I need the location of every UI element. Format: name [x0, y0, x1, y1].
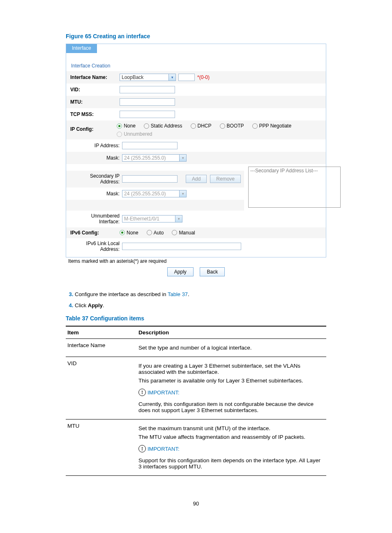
page-number: 90 — [66, 501, 326, 507]
row-ipv6-lla: IPv6 Link Local Address: — [66, 238, 326, 255]
mask-value: 24 (255.255.255.0) — [122, 155, 179, 161]
label-ipv6-config: IPv6 Config: — [69, 230, 120, 236]
label-unnumbered-if: Unnumbered Interface: — [69, 213, 122, 225]
table-description: Set the maximum transmit unit (MTU) of t… — [137, 419, 326, 476]
figure-caption: Figure 65 Creating an interface — [66, 33, 326, 39]
radio-ip-bootp[interactable]: BOOTP — [220, 123, 244, 129]
secondary-mask-value: 24 (255.255.255.0) — [122, 191, 179, 197]
row-interface-name: Interface Name: LoopBack ▾ *(0-0) — [66, 71, 326, 83]
radio-ipv6-auto[interactable]: Auto — [147, 230, 164, 236]
table-item: MTU — [66, 419, 137, 476]
steps-list: Configure the interface as described in … — [66, 289, 326, 311]
remove-button[interactable]: Remove — [210, 175, 241, 183]
row-unnumbered-if: Unnumbered Interface: M-Ethernet1/0/1 ▾ — [66, 211, 326, 227]
mask-select[interactable]: 24 (255.255.255.0) ▾ — [122, 154, 187, 162]
row-tcp-mss: TCP MSS: — [66, 108, 326, 121]
label-ip-address: IP Address: — [69, 143, 122, 148]
back-button[interactable]: Back — [200, 267, 225, 276]
radio-ip-none[interactable]: None — [117, 123, 136, 129]
tcp-mss-input[interactable] — [120, 111, 175, 118]
radio-ip-ppp[interactable]: PPP Negotiate — [252, 123, 292, 129]
chevron-down-icon: ▾ — [179, 190, 186, 197]
row-ip-config: IP Config: None Static Address DHCP BOOT… — [66, 121, 326, 139]
row-ipv6-config: IPv6 Config: None Auto Manual — [66, 227, 326, 238]
chevron-down-icon: ▾ — [179, 155, 186, 161]
label-mask: Mask: — [69, 155, 122, 161]
secondary-ip-list[interactable]: ---Secondary IP Address List--- — [248, 167, 341, 208]
radio-ipv6-none[interactable]: None — [120, 230, 138, 236]
panel-title: Interface Creation — [66, 53, 326, 71]
row-mask: Mask: 24 (255.255.255.0) ▾ — [66, 152, 326, 164]
apply-bold: Apply — [88, 302, 103, 308]
chevron-down-icon: ▾ — [175, 216, 182, 222]
important-label: ! IMPORTANT: — [138, 389, 180, 396]
table-item: VID — [66, 357, 137, 419]
row-secondary-ip: Secondary IP Address: Add Remove — [66, 171, 244, 188]
label-mtu: MTU: — [69, 99, 120, 105]
radio-ip-dhcp[interactable]: DHCP — [191, 123, 212, 129]
radio-ip-unnumbered: Unnumbered — [117, 131, 152, 137]
label-ipv6-lla: IPv6 Link Local Address: — [69, 241, 122, 253]
secondary-ip-input[interactable] — [122, 175, 178, 183]
th-description: Description — [137, 326, 326, 339]
table-description: Set the type and number of a logical int… — [137, 339, 326, 357]
config-table: Item Description Interface NameSet the t… — [66, 326, 326, 476]
radio-ipv6-manual[interactable]: Manual — [172, 230, 195, 236]
ipv6-lla-input[interactable] — [122, 243, 241, 250]
chevron-down-icon: ▾ — [168, 74, 175, 81]
row-mtu: MTU: — [66, 96, 326, 108]
secondary-mask-select[interactable]: 24 (255.255.255.0) ▾ — [122, 190, 187, 197]
tab-bar: Interface — [66, 44, 326, 53]
label-secondary-ip: Secondary IP Address: — [69, 173, 122, 185]
add-button[interactable]: Add — [186, 175, 207, 183]
alert-icon: ! — [138, 389, 146, 396]
table-caption: Table 37 Configuration items — [66, 315, 326, 322]
table-description: If you are creating a Layer 3 Ethernet s… — [137, 357, 326, 419]
label-tcp-mss: TCP MSS: — [69, 111, 120, 117]
important-label: ! IMPORTANT: — [138, 445, 180, 452]
label-mask2: Mask: — [69, 191, 122, 197]
table-item: Interface Name — [66, 339, 137, 357]
apply-button[interactable]: Apply — [167, 267, 194, 276]
table-37-link[interactable]: Table 37 — [168, 291, 188, 297]
interface-type-select[interactable]: LoopBack ▾ — [120, 74, 176, 81]
interface-panel: Interface Creation Interface Name: LoopB… — [66, 53, 326, 257]
row-ip-address: IP Address: — [66, 139, 326, 152]
vid-input[interactable] — [120, 86, 175, 93]
unnumbered-if-select[interactable]: M-Ethernet1/0/1 ▾ — [122, 215, 182, 222]
step-3: Configure the interface as described in … — [75, 289, 326, 300]
mtu-input[interactable] — [120, 98, 175, 106]
radio-ip-static[interactable]: Static Address — [144, 123, 182, 129]
secondary-ip-block: Secondary IP Address: Add Remove Mask: 2… — [66, 164, 326, 211]
unnumbered-if-value: M-Ethernet1/0/1 — [122, 216, 175, 222]
interface-number-input[interactable] — [178, 74, 195, 81]
action-row: Apply Back — [66, 266, 326, 276]
alert-icon: ! — [138, 445, 146, 452]
required-note: Items marked with an asterisk(*) are req… — [66, 257, 326, 266]
label-ip-config: IP Config: — [69, 123, 117, 132]
step-4: Click Apply. — [75, 300, 326, 311]
row-secondary-mask: Mask: 24 (255.255.255.0) ▾ — [66, 188, 244, 200]
interface-type-value: LoopBack — [120, 74, 168, 80]
row-vid: VID: — [66, 83, 326, 96]
interface-hint: *(0-0) — [197, 74, 210, 80]
tab-interface[interactable]: Interface — [66, 44, 97, 53]
label-vid: VID: — [69, 87, 120, 93]
ip-address-input[interactable] — [122, 142, 178, 149]
th-item: Item — [66, 326, 137, 339]
label-interface-name: Interface Name: — [69, 74, 120, 80]
